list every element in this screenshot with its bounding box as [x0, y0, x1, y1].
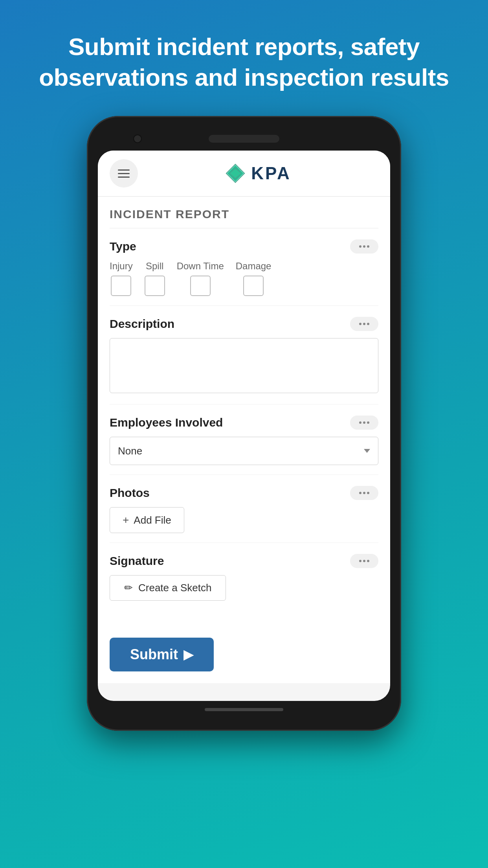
- plus-icon: +: [123, 514, 129, 526]
- signature-label: Signature: [110, 554, 164, 568]
- downtime-checkbox[interactable]: [190, 276, 211, 296]
- photos-field-header: Photos: [110, 486, 378, 500]
- menu-icon-line2: [118, 173, 130, 174]
- type-label: Type: [110, 240, 136, 253]
- submit-button[interactable]: Submit ▶: [110, 638, 214, 671]
- employees-dropdown[interactable]: None: [110, 437, 378, 465]
- kpa-logo-text: KPA: [251, 164, 291, 183]
- employees-more-button[interactable]: [350, 416, 378, 430]
- damage-label: Damage: [236, 261, 272, 272]
- app-header: KPA: [98, 151, 390, 197]
- downtime-checkbox-item: Down Time: [177, 261, 224, 296]
- damage-checkbox-item: Damage: [236, 261, 272, 296]
- signature-field-header: Signature: [110, 554, 378, 568]
- dot10: [359, 492, 361, 494]
- dot9: [367, 421, 369, 424]
- dot6: [367, 323, 369, 325]
- phone-camera: [133, 134, 142, 143]
- photos-label: Photos: [110, 486, 150, 500]
- add-file-label: Add File: [134, 514, 171, 526]
- dot15: [367, 560, 369, 562]
- dot2: [363, 245, 365, 248]
- menu-icon-line3: [118, 177, 130, 178]
- dot3: [367, 245, 369, 248]
- spill-label: Spill: [146, 261, 163, 272]
- phone-top-bar: [98, 128, 390, 151]
- form-area: INCIDENT REPORT Type Injury: [98, 197, 390, 626]
- submit-arrow-icon: ▶: [183, 647, 193, 662]
- phone-device: KPA INCIDENT REPORT Type Injury: [87, 116, 401, 731]
- spill-checkbox[interactable]: [145, 276, 165, 296]
- create-sketch-button[interactable]: ✏ Create a Sketch: [110, 575, 226, 601]
- submit-area: Submit ▶: [98, 626, 390, 683]
- form-title: INCIDENT REPORT: [110, 197, 378, 228]
- employees-label: Employees Involved: [110, 416, 223, 429]
- type-section: Type Injury Spill: [110, 228, 378, 306]
- photos-more-button[interactable]: [350, 486, 378, 500]
- dot13: [359, 560, 361, 562]
- kpa-logo-diamond: [225, 163, 246, 184]
- menu-icon-line1: [118, 169, 130, 171]
- dot8: [363, 421, 365, 424]
- submit-label: Submit: [130, 646, 178, 663]
- dot5: [363, 323, 365, 325]
- sketch-label: Create a Sketch: [138, 582, 211, 594]
- menu-button[interactable]: [110, 159, 138, 188]
- type-more-button[interactable]: [350, 239, 378, 254]
- type-checkbox-row: Injury Spill Down Time Damage: [110, 261, 378, 296]
- dot7: [359, 421, 361, 424]
- injury-label: Injury: [110, 261, 133, 272]
- dot12: [367, 492, 369, 494]
- employees-section: Employees Involved None: [110, 405, 378, 475]
- downtime-label: Down Time: [177, 261, 224, 272]
- dot11: [363, 492, 365, 494]
- description-more-button[interactable]: [350, 317, 378, 331]
- dot4: [359, 323, 361, 325]
- photos-section: Photos + Add File: [110, 475, 378, 543]
- damage-checkbox[interactable]: [243, 276, 264, 296]
- injury-checkbox[interactable]: [111, 276, 131, 296]
- dot1: [359, 245, 361, 248]
- description-field-header: Description: [110, 317, 378, 331]
- phone-screen: KPA INCIDENT REPORT Type Injury: [98, 151, 390, 701]
- signature-section: Signature ✏ Create a Sketch: [110, 543, 378, 610]
- description-textarea[interactable]: [110, 338, 378, 393]
- type-field-header: Type: [110, 239, 378, 254]
- logo-area: KPA: [138, 163, 378, 184]
- pencil-icon: ✏: [124, 582, 133, 594]
- dot14: [363, 560, 365, 562]
- signature-more-button[interactable]: [350, 554, 378, 568]
- spill-checkbox-item: Spill: [145, 261, 165, 296]
- phone-home-indicator: [205, 708, 283, 711]
- page-header-title: Submit incident reports, safety observat…: [0, 0, 488, 116]
- description-label: Description: [110, 317, 174, 331]
- add-file-button[interactable]: + Add File: [110, 507, 184, 533]
- description-section: Description: [110, 306, 378, 405]
- injury-checkbox-item: Injury: [110, 261, 133, 296]
- phone-speaker: [209, 135, 279, 143]
- employees-field-header: Employees Involved: [110, 416, 378, 430]
